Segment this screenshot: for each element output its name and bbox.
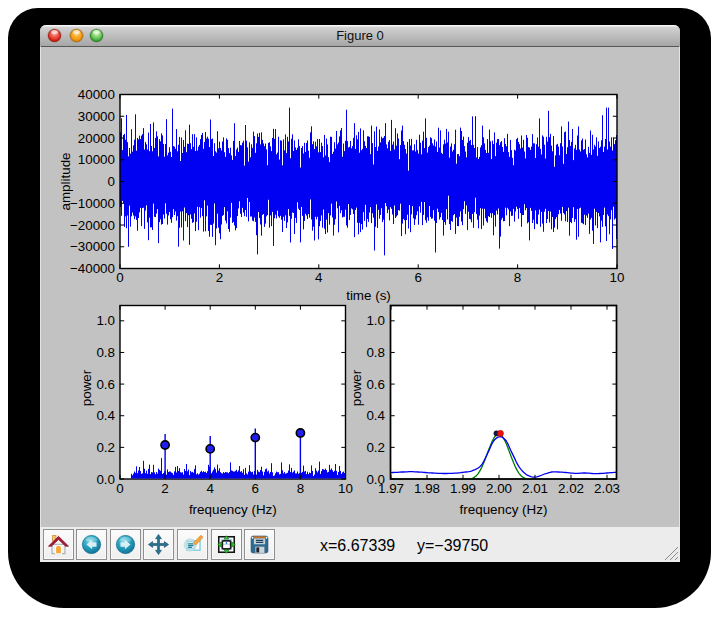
svg-text:0.2: 0.2	[366, 440, 385, 455]
svg-text:0.4: 0.4	[366, 408, 385, 423]
svg-text:4: 4	[206, 481, 214, 496]
svg-text:2: 2	[161, 481, 168, 496]
svg-text:8: 8	[297, 481, 304, 496]
svg-text:2.02: 2.02	[558, 481, 584, 496]
svg-text:0: 0	[116, 481, 123, 496]
svg-text:−20000: −20000	[70, 218, 115, 233]
svg-text:1.98: 1.98	[414, 481, 440, 496]
svg-text:40000: 40000	[78, 87, 115, 102]
svg-text:2.03: 2.03	[594, 481, 620, 496]
svg-text:frequency (Hz): frequency (Hz)	[460, 502, 548, 517]
svg-text:30000: 30000	[78, 109, 115, 124]
svg-text:amplitude: amplitude	[58, 152, 73, 210]
svg-text:6: 6	[252, 481, 259, 496]
svg-text:10: 10	[338, 481, 353, 496]
svg-text:0.8: 0.8	[96, 345, 115, 360]
svg-text:frequency (Hz): frequency (Hz)	[189, 502, 277, 517]
svg-text:0.8: 0.8	[366, 345, 385, 360]
svg-text:−10000: −10000	[70, 196, 115, 211]
svg-text:1.0: 1.0	[96, 313, 115, 328]
svg-text:2.01: 2.01	[522, 481, 548, 496]
svg-text:0.4: 0.4	[96, 408, 115, 423]
svg-text:time (s): time (s)	[346, 288, 391, 303]
svg-text:10000: 10000	[78, 152, 115, 167]
svg-text:2: 2	[216, 270, 223, 285]
svg-text:10: 10	[610, 270, 625, 285]
svg-text:6: 6	[414, 270, 421, 285]
svg-text:1.97: 1.97	[378, 481, 404, 496]
svg-text:20000: 20000	[78, 131, 115, 146]
svg-text:8: 8	[514, 270, 521, 285]
svg-text:−40000: −40000	[70, 261, 115, 276]
svg-text:1.99: 1.99	[450, 481, 476, 496]
svg-text:0.6: 0.6	[366, 377, 385, 392]
svg-text:0: 0	[108, 174, 115, 189]
svg-text:−30000: −30000	[70, 239, 115, 254]
svg-text:4: 4	[315, 270, 323, 285]
svg-text:1.0: 1.0	[366, 313, 385, 328]
svg-text:0: 0	[116, 270, 123, 285]
svg-text:2.00: 2.00	[486, 481, 512, 496]
svg-text:power: power	[79, 369, 94, 406]
svg-text:power: power	[349, 369, 364, 406]
svg-text:0.0: 0.0	[96, 472, 115, 487]
svg-text:0.6: 0.6	[96, 377, 115, 392]
svg-text:0.2: 0.2	[96, 440, 115, 455]
